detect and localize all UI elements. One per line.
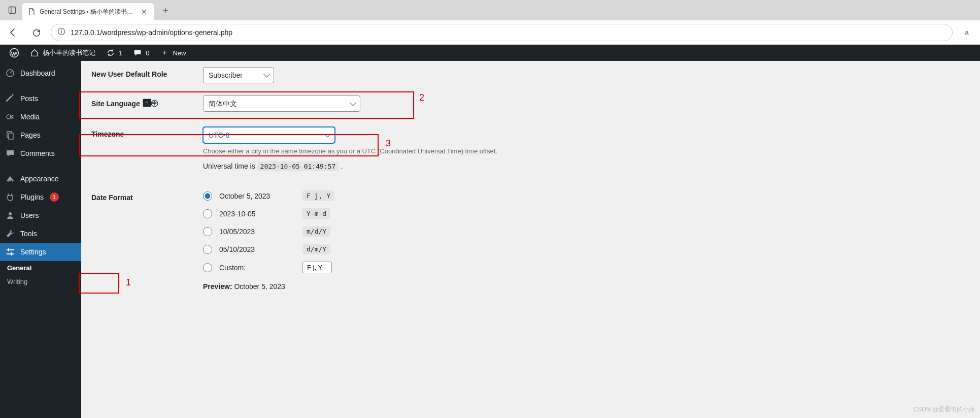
date-format-example: 05/10/2023 [219, 245, 295, 253]
svg-point-10 [9, 212, 12, 215]
plus-icon: ＋ [159, 48, 170, 58]
site-language-select[interactable]: 简体中文 [203, 95, 360, 112]
plugins-icon [5, 192, 15, 202]
menu-label: Users [20, 211, 39, 219]
date-format-radio[interactable] [203, 227, 212, 236]
browser-chrome: General Settings ‹ 杨小羊的读书… ✕ ＋ 127.0.0.1… [0, 0, 980, 45]
wp-admin-toolbar: 杨小羊的读书笔记 1 0 ＋ New [0, 45, 980, 61]
date-format-radio[interactable] [203, 191, 212, 201]
read-aloud-icon[interactable]: a [958, 28, 976, 36]
menu-label: Posts [20, 94, 38, 103]
date-format-option[interactable]: October 5, 2023 F j, Y [203, 190, 970, 201]
menu-label: Settings [20, 248, 46, 256]
reload-button[interactable] [27, 23, 46, 42]
menu-tools[interactable]: Tools [0, 224, 81, 243]
menu-label: Comments [20, 149, 55, 157]
custom-date-format-input[interactable] [302, 262, 332, 273]
new-content-link[interactable]: ＋ New [154, 45, 191, 61]
admin-menu: Dashboard Posts Media Pages Comments App… [0, 61, 81, 418]
menu-dashboard[interactable]: Dashboard [0, 64, 81, 82]
svg-rect-11 [7, 249, 8, 250]
menu-posts[interactable]: Posts [0, 89, 81, 108]
posts-icon [5, 93, 15, 104]
tab-bar: General Settings ‹ 杨小羊的读书… ✕ ＋ [0, 0, 980, 20]
wp-logo[interactable] [4, 45, 24, 61]
new-label: New [173, 49, 186, 57]
svg-rect-16 [11, 252, 12, 255]
updates-link[interactable]: 1 [100, 45, 127, 61]
date-format-radio-custom[interactable] [203, 263, 212, 272]
utc-code: 2023-10-05 01:49:57 [257, 162, 339, 171]
timezone-select[interactable]: UTC-8 [203, 127, 335, 143]
url-text: 127.0.0.1/wordpress/wp-admin/options-gen… [71, 28, 232, 37]
menu-pages[interactable]: Pages [0, 126, 81, 144]
page-icon [27, 8, 36, 16]
menu-label: Dashboard [20, 69, 55, 77]
menu-label: Tools [20, 230, 37, 238]
date-format-code: d/m/Y [302, 244, 330, 254]
browser-tab-active[interactable]: General Settings ‹ 杨小羊的读书… ✕ [22, 3, 154, 20]
menu-media[interactable]: Media [0, 108, 81, 126]
settings-submenu: General Writing [0, 261, 81, 288]
updates-icon [106, 48, 116, 58]
menu-label: Plugins [20, 193, 44, 201]
site-language-label: Site Language 🅰︎㊥ [91, 95, 203, 108]
tools-icon [5, 229, 15, 239]
menu-label: Pages [20, 131, 41, 139]
menu-users[interactable]: Users [0, 206, 81, 224]
home-icon [29, 48, 40, 58]
submenu-general[interactable]: General [0, 261, 81, 275]
date-format-radio[interactable] [203, 245, 212, 254]
svg-rect-0 [9, 7, 16, 14]
date-format-code: F j, Y [302, 190, 334, 201]
comments-icon [132, 48, 143, 58]
row-date-format: Date Format October 5, 2023 F j, Y 2023-… [91, 190, 970, 291]
tab-actions-icon[interactable] [2, 2, 22, 19]
site-name-link[interactable]: 杨小羊的读书笔记 [24, 45, 100, 61]
date-format-code: m/d/Y [302, 226, 330, 237]
comments-menu-icon [5, 148, 15, 158]
menu-plugins[interactable]: Plugins 1 [0, 188, 81, 206]
universal-time: Universal time is 2023-10-05 01:49:57 . [203, 162, 970, 170]
custom-label: Custom: [219, 264, 295, 272]
svg-point-3 [61, 29, 62, 30]
new-tab-button[interactable]: ＋ [158, 3, 173, 17]
dashboard-icon [5, 68, 15, 78]
comments-link[interactable]: 0 [127, 45, 154, 61]
watermark: CSDN @爱看书的小沐 [913, 405, 975, 414]
menu-appearance[interactable]: Appearance [0, 170, 81, 188]
settings-icon [5, 247, 15, 257]
timezone-description: Choose either a city in the same timezon… [203, 147, 970, 155]
menu-settings[interactable]: Settings [0, 243, 81, 261]
row-site-language: Site Language 🅰︎㊥ 简体中文 [91, 95, 970, 112]
new-user-role-label: New User Default Role [91, 67, 203, 78]
date-format-code: Y-m-d [302, 208, 330, 219]
date-format-custom[interactable]: Custom: [203, 262, 970, 273]
pages-icon [5, 130, 15, 140]
new-user-role-select[interactable]: Subscriber [203, 67, 274, 83]
address-bar-row: 127.0.0.1/wordpress/wp-admin/options-gen… [0, 20, 980, 45]
row-new-user-role: New User Default Role Subscriber [91, 67, 970, 83]
date-format-option[interactable]: 05/10/2023 d/m/Y [203, 244, 970, 254]
timezone-label: Timezone [91, 127, 203, 138]
menu-comments[interactable]: Comments [0, 144, 81, 163]
site-info-icon[interactable] [57, 27, 65, 37]
comments-count: 0 [146, 49, 149, 57]
back-button[interactable] [4, 23, 22, 42]
menu-label: Appearance [20, 175, 59, 183]
address-bar[interactable]: 127.0.0.1/wordpress/wp-admin/options-gen… [51, 24, 953, 41]
site-name: 杨小羊的读书笔记 [43, 48, 95, 57]
date-format-option[interactable]: 10/05/2023 m/d/Y [203, 226, 970, 237]
row-timezone: Timezone UTC-8 Choose either a city in t… [91, 127, 970, 170]
plugins-badge: 1 [50, 192, 59, 202]
svg-rect-15 [8, 248, 9, 251]
date-format-label: Date Format [91, 190, 203, 202]
media-icon [5, 112, 15, 122]
submenu-writing[interactable]: Writing [0, 275, 81, 288]
svg-rect-4 [61, 31, 61, 34]
date-format-example: 2023-10-05 [219, 210, 295, 218]
tab-close-icon[interactable]: ✕ [139, 7, 149, 17]
updates-count: 1 [119, 49, 122, 57]
date-format-radio[interactable] [203, 209, 212, 218]
date-format-option[interactable]: 2023-10-05 Y-m-d [203, 208, 970, 219]
